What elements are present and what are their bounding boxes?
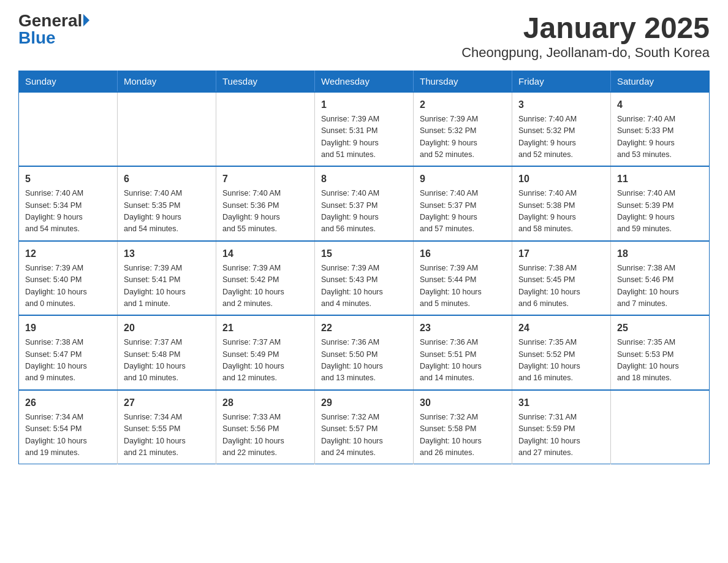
- day-number: 9: [420, 172, 506, 186]
- day-number: 20: [124, 321, 210, 335]
- calendar-week-row: 26Sunrise: 7:34 AMSunset: 5:54 PMDayligh…: [19, 390, 710, 464]
- day-number: 22: [321, 321, 407, 335]
- day-info: Sunrise: 7:31 AMSunset: 5:59 PMDaylight:…: [518, 412, 604, 459]
- day-number: 4: [617, 98, 703, 112]
- day-number: 25: [617, 321, 703, 335]
- day-info: Sunrise: 7:39 AMSunset: 5:41 PMDaylight:…: [124, 262, 210, 310]
- calendar-day-cell: 22Sunrise: 7:36 AMSunset: 5:50 PMDayligh…: [315, 315, 414, 390]
- calendar-day-cell: 20Sunrise: 7:37 AMSunset: 5:48 PMDayligh…: [118, 315, 216, 390]
- calendar-day-cell: 13Sunrise: 7:39 AMSunset: 5:41 PMDayligh…: [118, 241, 216, 316]
- day-number: 28: [222, 396, 308, 410]
- calendar-week-row: 1Sunrise: 7:39 AMSunset: 5:31 PMDaylight…: [19, 92, 710, 167]
- day-number: 6: [124, 172, 210, 186]
- day-number: 3: [518, 98, 604, 112]
- calendar-table: SundayMondayTuesdayWednesdayThursdayFrid…: [18, 71, 710, 465]
- day-info: Sunrise: 7:32 AMSunset: 5:57 PMDaylight:…: [321, 412, 407, 459]
- calendar-week-row: 5Sunrise: 7:40 AMSunset: 5:34 PMDaylight…: [19, 166, 710, 241]
- day-number: 2: [420, 98, 506, 112]
- logo: General Blue: [18, 12, 89, 47]
- day-info: Sunrise: 7:38 AMSunset: 5:45 PMDaylight:…: [518, 262, 604, 310]
- calendar-day-cell: 28Sunrise: 7:33 AMSunset: 5:56 PMDayligh…: [216, 390, 315, 464]
- day-info: Sunrise: 7:34 AMSunset: 5:55 PMDaylight:…: [124, 412, 210, 459]
- day-info: Sunrise: 7:39 AMSunset: 5:44 PMDaylight:…: [420, 262, 506, 310]
- calendar-day-cell: 23Sunrise: 7:36 AMSunset: 5:51 PMDayligh…: [414, 315, 512, 390]
- day-info: Sunrise: 7:35 AMSunset: 5:53 PMDaylight:…: [617, 337, 703, 385]
- day-of-week-header: Saturday: [611, 71, 710, 92]
- day-info: Sunrise: 7:40 AMSunset: 5:39 PMDaylight:…: [617, 188, 703, 236]
- day-info: Sunrise: 7:40 AMSunset: 5:32 PMDaylight:…: [518, 113, 604, 161]
- day-number: 8: [321, 172, 407, 186]
- day-number: 17: [518, 247, 604, 261]
- calendar-day-cell: 9Sunrise: 7:40 AMSunset: 5:37 PMDaylight…: [414, 166, 512, 241]
- day-number: 7: [222, 172, 308, 186]
- day-number: 21: [222, 321, 308, 335]
- logo-general-text: General: [18, 12, 82, 29]
- calendar-week-row: 12Sunrise: 7:39 AMSunset: 5:40 PMDayligh…: [19, 241, 710, 316]
- calendar-day-cell: 30Sunrise: 7:32 AMSunset: 5:58 PMDayligh…: [414, 390, 512, 464]
- logo-blue-text: Blue: [18, 29, 56, 47]
- day-info: Sunrise: 7:40 AMSunset: 5:35 PMDaylight:…: [124, 188, 210, 236]
- calendar-day-cell: 24Sunrise: 7:35 AMSunset: 5:52 PMDayligh…: [512, 315, 611, 390]
- day-number: 24: [518, 321, 604, 335]
- day-number: 15: [321, 247, 407, 261]
- calendar-day-cell: 2Sunrise: 7:39 AMSunset: 5:32 PMDaylight…: [414, 92, 512, 167]
- calendar-day-cell: 3Sunrise: 7:40 AMSunset: 5:32 PMDaylight…: [512, 92, 611, 167]
- calendar-day-cell: [19, 92, 118, 167]
- calendar-day-cell: 11Sunrise: 7:40 AMSunset: 5:39 PMDayligh…: [611, 166, 710, 241]
- day-info: Sunrise: 7:34 AMSunset: 5:54 PMDaylight:…: [25, 412, 111, 459]
- calendar-day-cell: 31Sunrise: 7:31 AMSunset: 5:59 PMDayligh…: [512, 390, 611, 464]
- page-header: General Blue January 2025 Cheongpung, Je…: [18, 12, 710, 61]
- calendar-day-cell: 5Sunrise: 7:40 AMSunset: 5:34 PMDaylight…: [19, 166, 118, 241]
- day-number: 30: [420, 396, 506, 410]
- day-number: 18: [617, 247, 703, 261]
- calendar-day-cell: 6Sunrise: 7:40 AMSunset: 5:35 PMDaylight…: [118, 166, 216, 241]
- day-info: Sunrise: 7:38 AMSunset: 5:46 PMDaylight:…: [617, 262, 703, 310]
- day-number: 5: [25, 172, 111, 186]
- calendar-day-cell: 18Sunrise: 7:38 AMSunset: 5:46 PMDayligh…: [611, 241, 710, 316]
- calendar-day-cell: [611, 390, 710, 464]
- day-of-week-header: Tuesday: [216, 71, 315, 92]
- day-number: 29: [321, 396, 407, 410]
- calendar-day-cell: 1Sunrise: 7:39 AMSunset: 5:31 PMDaylight…: [315, 92, 414, 167]
- day-info: Sunrise: 7:36 AMSunset: 5:50 PMDaylight:…: [321, 337, 407, 385]
- day-number: 10: [518, 172, 604, 186]
- day-of-week-header: Thursday: [414, 71, 512, 92]
- calendar-day-cell: 7Sunrise: 7:40 AMSunset: 5:36 PMDaylight…: [216, 166, 315, 241]
- calendar-day-cell: 29Sunrise: 7:32 AMSunset: 5:57 PMDayligh…: [315, 390, 414, 464]
- days-of-week-row: SundayMondayTuesdayWednesdayThursdayFrid…: [19, 71, 710, 92]
- day-info: Sunrise: 7:39 AMSunset: 5:42 PMDaylight:…: [222, 262, 308, 310]
- page-title: January 2025: [461, 12, 710, 45]
- day-info: Sunrise: 7:40 AMSunset: 5:37 PMDaylight:…: [321, 188, 407, 236]
- calendar-week-row: 19Sunrise: 7:38 AMSunset: 5:47 PMDayligh…: [19, 315, 710, 390]
- day-info: Sunrise: 7:40 AMSunset: 5:34 PMDaylight:…: [25, 188, 111, 236]
- day-info: Sunrise: 7:40 AMSunset: 5:37 PMDaylight:…: [420, 188, 506, 236]
- day-info: Sunrise: 7:40 AMSunset: 5:38 PMDaylight:…: [518, 188, 604, 236]
- calendar-day-cell: 17Sunrise: 7:38 AMSunset: 5:45 PMDayligh…: [512, 241, 611, 316]
- day-info: Sunrise: 7:32 AMSunset: 5:58 PMDaylight:…: [420, 412, 506, 459]
- day-of-week-header: Wednesday: [315, 71, 414, 92]
- day-number: 12: [25, 247, 111, 261]
- calendar-header: SundayMondayTuesdayWednesdayThursdayFrid…: [19, 71, 710, 92]
- day-number: 31: [518, 396, 604, 410]
- calendar-day-cell: 10Sunrise: 7:40 AMSunset: 5:38 PMDayligh…: [512, 166, 611, 241]
- day-number: 19: [25, 321, 111, 335]
- calendar-day-cell: [118, 92, 216, 167]
- day-info: Sunrise: 7:36 AMSunset: 5:51 PMDaylight:…: [420, 337, 506, 385]
- calendar-day-cell: 16Sunrise: 7:39 AMSunset: 5:44 PMDayligh…: [414, 241, 512, 316]
- day-number: 13: [124, 247, 210, 261]
- calendar-day-cell: 21Sunrise: 7:37 AMSunset: 5:49 PMDayligh…: [216, 315, 315, 390]
- calendar-day-cell: 27Sunrise: 7:34 AMSunset: 5:55 PMDayligh…: [118, 390, 216, 464]
- calendar-day-cell: 4Sunrise: 7:40 AMSunset: 5:33 PMDaylight…: [611, 92, 710, 167]
- day-number: 1: [321, 98, 407, 112]
- day-info: Sunrise: 7:39 AMSunset: 5:31 PMDaylight:…: [321, 113, 407, 161]
- day-number: 26: [25, 396, 111, 410]
- day-of-week-header: Friday: [512, 71, 611, 92]
- title-block: January 2025 Cheongpung, Jeollanam-do, S…: [461, 12, 710, 61]
- calendar-day-cell: 25Sunrise: 7:35 AMSunset: 5:53 PMDayligh…: [611, 315, 710, 390]
- day-number: 27: [124, 396, 210, 410]
- calendar-day-cell: 12Sunrise: 7:39 AMSunset: 5:40 PMDayligh…: [19, 241, 118, 316]
- calendar-day-cell: 15Sunrise: 7:39 AMSunset: 5:43 PMDayligh…: [315, 241, 414, 316]
- day-info: Sunrise: 7:35 AMSunset: 5:52 PMDaylight:…: [518, 337, 604, 385]
- day-number: 11: [617, 172, 703, 186]
- day-info: Sunrise: 7:38 AMSunset: 5:47 PMDaylight:…: [25, 337, 111, 385]
